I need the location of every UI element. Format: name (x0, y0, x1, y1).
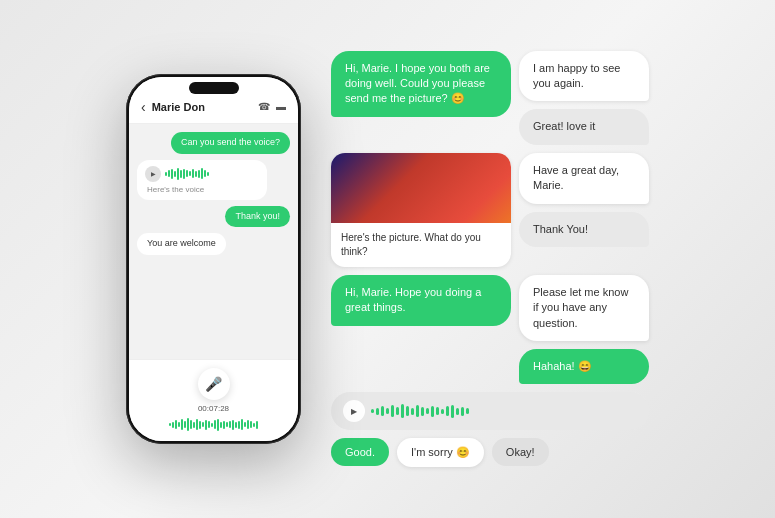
waveform-main (371, 401, 469, 421)
chat-row-1: Hi, Marie. I hope you both are doing wel… (331, 51, 649, 145)
chat-row-4: ▶ (331, 392, 649, 430)
small-bubble-okay: Okay! (492, 438, 549, 466)
voice-bubble: ▶ (331, 392, 649, 430)
waveform-footer (169, 417, 258, 433)
phone-call-icon[interactable]: ☎ (258, 101, 270, 112)
timer-display: 00:07:28 (198, 404, 229, 413)
chat-bubble-1: Hi, Marie. I hope you both are doing wel… (331, 51, 511, 117)
phone-footer: 🎤 00:07:28 (129, 359, 298, 441)
chat-bubble-3: Great! love it (519, 109, 649, 144)
chat-row-2: Here's the picture. What do you think? H… (331, 153, 649, 267)
sent-bubble-2: Thank you! (225, 206, 290, 228)
chat-bubble-7: Hi, Marie. Hope you doing a great things… (331, 275, 511, 326)
chat-bubble-2: I am happy to see you again. (519, 51, 649, 102)
chat-col-right-2: Have a great day, Marie. Thank You! (519, 153, 649, 247)
waveform-small (165, 168, 209, 180)
play-button[interactable]: ▶ (343, 400, 365, 422)
small-bubble-good: Good. (331, 438, 389, 466)
chat-row-3: Hi, Marie. Hope you doing a great things… (331, 275, 649, 385)
voice-label: Here's the voice (145, 185, 259, 194)
video-call-icon[interactable]: ▬ (276, 101, 286, 112)
image-caption: Here's the picture. What do you think? (331, 223, 511, 267)
chat-bubble-5: Have a great day, Marie. (519, 153, 649, 204)
message-list: Can you send the voice? ▶ Here's the voi… (129, 124, 298, 359)
chat-row-5: Good. I'm sorry 😊 Okay! (331, 438, 649, 467)
received-bubble-1: You are welcome (137, 233, 226, 255)
play-button-small[interactable]: ▶ (145, 166, 161, 182)
phone-screen: ‹ Marie Don ☎ ▬ Can you send the voice? … (129, 77, 298, 441)
small-bubble-sorry: I'm sorry 😊 (397, 438, 484, 467)
main-container: ‹ Marie Don ☎ ▬ Can you send the voice? … (106, 31, 669, 488)
chat-bubble-image: Here's the picture. What do you think? (331, 153, 511, 267)
header-icons: ☎ ▬ (258, 101, 286, 112)
chat-bubble-8: Please let me know if you have any quest… (519, 275, 649, 341)
mic-button[interactable]: 🎤 (198, 368, 230, 400)
chat-bubble-9: Hahaha! 😄 (519, 349, 649, 384)
contact-name: Marie Don (152, 101, 252, 113)
phone-mockup: ‹ Marie Don ☎ ▬ Can you send the voice? … (126, 74, 301, 444)
sent-bubble-1: Can you send the voice? (171, 132, 290, 154)
back-button[interactable]: ‹ (141, 99, 146, 115)
voice-message: ▶ Here's the voice (137, 160, 267, 200)
chat-col-right-1: I am happy to see you again. Great! love… (519, 51, 649, 145)
chat-bubble-6: Thank You! (519, 212, 649, 247)
phone-notch (189, 82, 239, 94)
chat-col-right-3: Please let me know if you have any quest… (519, 275, 649, 385)
image-preview (331, 153, 511, 223)
chat-panel: Hi, Marie. I hope you both are doing wel… (331, 51, 649, 468)
